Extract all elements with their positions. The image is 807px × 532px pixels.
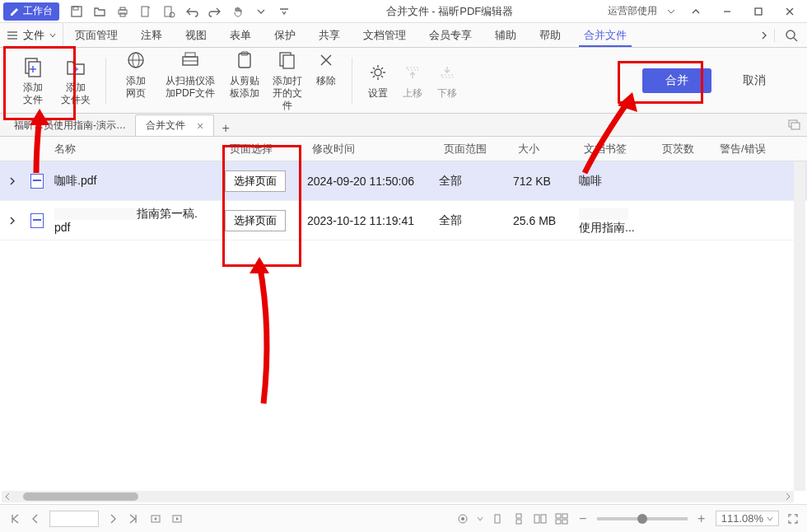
last-page-button[interactable] [127,511,142,526]
ribbon-separator [352,58,352,104]
col-bookmark-header[interactable]: 文档书签 [579,142,657,156]
usage-label[interactable]: 运营部使用 [608,4,657,18]
vertical-scrollbar[interactable] [794,161,805,491]
col-name-header[interactable]: 名称 [49,142,225,156]
add-folder-icon [64,55,87,78]
search-button[interactable] [774,29,807,42]
zoom-out-button[interactable]: − [576,511,590,526]
status-dropdown-icon[interactable] [477,512,483,525]
tab-doc-management[interactable]: 文档管理 [352,23,417,47]
minimize-button[interactable] [713,2,741,21]
usage-dropdown-icon[interactable] [664,4,679,19]
svg-rect-47 [534,515,539,523]
doctab-merge-files[interactable]: 合并文件 × [135,114,214,136]
tab-view[interactable]: 视图 [174,23,218,47]
ribbon-group-add-other: 添加 网页 从扫描仪添 加PDF文件 从剪贴 板添加 添加打 开的文件 移除 [110,45,348,115]
tab-merge-files[interactable]: 合并文件 [572,23,638,47]
qat-open-icon[interactable] [92,4,107,19]
add-from-clipboard-button[interactable]: 从剪贴 板添加 [226,49,263,100]
row-size: 712 KB [513,175,579,188]
doctab-close-icon[interactable]: × [197,119,203,133]
col-page-select-header[interactable]: 页面选择 [225,142,307,156]
tab-assist[interactable]: 辅助 [483,23,528,47]
two-page-continuous-icon[interactable] [554,511,569,526]
col-page-range-header[interactable]: 页面范围 [439,142,513,156]
qat-print-icon[interactable] [115,4,130,19]
col-warn-header[interactable]: 警告/错误 [715,142,807,156]
tab-page-management[interactable]: 页面管理 [63,23,129,47]
add-opened-label: 添加打 开的文件 [269,75,306,112]
settings-button[interactable]: 设置 [364,61,392,100]
qat-new-doc-icon[interactable] [138,4,153,19]
zoom-in-button[interactable]: + [694,511,709,526]
close-button[interactable] [776,2,804,21]
zoom-slider[interactable] [597,517,688,520]
table-row[interactable]: 指南第一稿. pdf 选择页面 2023-10-12 11:19:41 全部 2… [0,201,807,240]
tab-annotate[interactable]: 注释 [129,23,174,47]
col-modified-header[interactable]: 修改时间 [307,142,439,156]
move-down-button[interactable]: 下移 [433,61,461,100]
qat-undo-icon[interactable] [184,4,199,19]
add-folder-button[interactable]: 添加 文件夹 [58,55,94,106]
tab-share[interactable]: 共享 [307,23,352,47]
tab-member-exclusive[interactable]: 会员专享 [417,23,483,47]
tab-form[interactable]: 表单 [218,23,263,47]
page-input[interactable] [49,511,99,527]
prev-page-button[interactable] [28,511,43,526]
svg-line-16 [794,38,797,41]
tab-help[interactable]: 帮助 [528,23,572,47]
continuous-view-icon[interactable] [511,511,526,526]
qat-dropdown-icon[interactable] [254,4,268,19]
qat-hand-icon[interactable] [231,4,245,19]
fullscreen-icon[interactable] [786,511,800,526]
zoom-slider-knob[interactable] [637,514,647,524]
chevron-down-icon [767,516,773,522]
row-expand-toggle[interactable] [0,217,25,225]
qat-new-doc2-icon[interactable] [161,4,176,19]
first-page-button[interactable] [7,511,21,526]
status-right: − + 111.08% [455,511,800,526]
reading-mode-icon[interactable] [455,511,470,526]
move-up-button[interactable]: 上移 [399,61,427,100]
window-title: 合并文件 - 福昕PDF编辑器 [292,4,608,19]
qat-redo-icon[interactable] [208,4,222,19]
title-right-controls: 运营部使用 [608,2,804,21]
file-menu[interactable]: 文件 [0,23,63,47]
row-expand-toggle[interactable] [0,177,25,185]
menu-right [754,23,807,47]
collapse-ribbon-button[interactable] [682,2,710,21]
remove-button[interactable]: 移除 [312,49,340,87]
select-pages-button[interactable]: 选择页面 [225,210,286,231]
cancel-button[interactable]: 取消 [728,68,781,93]
status-left [7,511,184,527]
col-size-header[interactable]: 大小 [513,142,579,156]
nav-forward-icon[interactable] [170,511,184,526]
ribbon-actions: 合并 取消 [642,68,800,93]
doctab-overflow-icon[interactable] [787,118,800,133]
doctab-add-button[interactable]: + [214,121,237,136]
doctab-guide[interactable]: 福昕…员使用指南-演示… [3,114,135,136]
single-page-view-icon[interactable] [490,511,505,526]
add-file-button[interactable]: 添加 文件 [15,55,51,106]
add-opened-button[interactable]: 添加打 开的文件 [269,49,306,112]
select-pages-button[interactable]: 选择页面 [225,170,286,192]
merge-button[interactable]: 合并 [642,68,711,93]
col-page-count-header[interactable]: 页茨数 [657,142,715,156]
horizontal-scrollbar[interactable] [2,491,794,502]
workbench-button[interactable]: 工作台 [3,2,59,21]
next-page-button[interactable] [105,511,120,526]
add-webpage-button[interactable]: 添加 网页 [118,49,154,100]
zoom-value-box[interactable]: 111.08% [716,511,779,526]
qat-more-icon[interactable] [277,4,292,19]
doctab-guide-label: 福昕…员使用指南-演示… [14,119,126,133]
maximize-button[interactable] [744,2,772,21]
svg-marker-54 [250,257,269,273]
tab-protect[interactable]: 保护 [263,23,307,47]
table-row[interactable]: 咖啡.pdf 选择页面 2024-09-20 11:50:06 全部 712 K… [0,161,807,201]
nav-back-icon[interactable] [148,511,163,526]
add-from-scanner-button[interactable]: 从扫描仪添 加PDF文件 [161,49,220,100]
scrollbar-thumb[interactable] [23,492,138,501]
qat-save-icon[interactable] [69,4,84,19]
menu-scroll-right-button[interactable] [754,31,774,40]
two-page-view-icon[interactable] [533,511,548,526]
